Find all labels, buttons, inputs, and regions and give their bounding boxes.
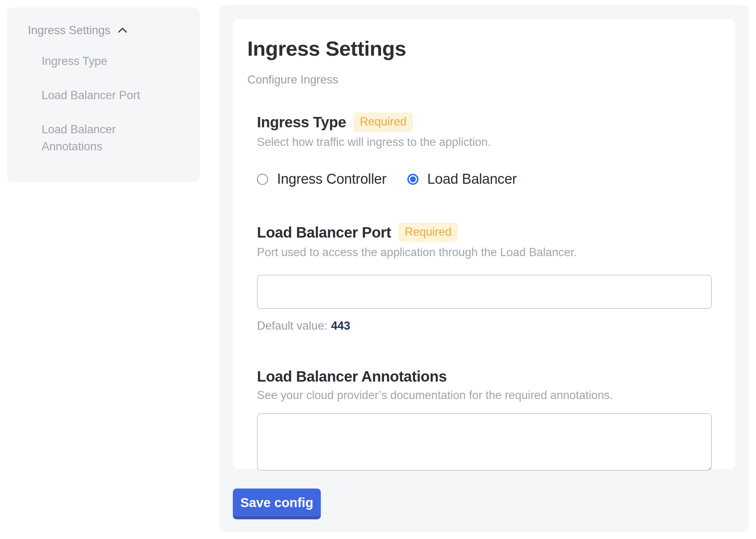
default-value-label: Default value: bbox=[257, 319, 328, 332]
load-balancer-port-input[interactable] bbox=[257, 275, 712, 309]
sidebar-group-ingress-settings[interactable]: Ingress Settings bbox=[28, 24, 189, 37]
radio-unselected-icon[interactable] bbox=[257, 174, 268, 185]
sidebar-item-ingress-type[interactable]: Ingress Type bbox=[42, 53, 164, 70]
radio-label-load-balancer: Load Balancer bbox=[427, 171, 517, 187]
radio-selected-icon[interactable] bbox=[407, 174, 418, 185]
ingress-type-description: Select how traffic will ingress to the a… bbox=[257, 135, 712, 149]
load-balancer-annotations-description: See your cloud provider’s documentation … bbox=[257, 389, 712, 402]
load-balancer-port-label: Load Balancer Port bbox=[257, 224, 391, 241]
section-load-balancer-port: Load Balancer Port Required Port used to… bbox=[257, 223, 712, 333]
required-badge: Required bbox=[353, 112, 413, 132]
radio-option-ingress-controller[interactable]: Ingress Controller bbox=[257, 171, 387, 187]
ingress-settings-panel: Ingress Settings Configure Ingress Ingre… bbox=[219, 5, 749, 532]
load-balancer-annotations-textarea[interactable] bbox=[257, 413, 712, 471]
section-load-balancer-annotations: Load Balancer Annotations See your cloud… bbox=[257, 368, 712, 471]
sidebar-item-list: Ingress Type Load Balancer Port Load Bal… bbox=[28, 53, 189, 155]
default-value-line: Default value:443 bbox=[257, 319, 712, 333]
sidebar-group-label: Ingress Settings bbox=[28, 24, 110, 37]
ingress-type-radio-group: Ingress Controller Load Balancer bbox=[257, 171, 712, 187]
radio-label-ingress-controller: Ingress Controller bbox=[277, 171, 387, 187]
load-balancer-annotations-label: Load Balancer Annotations bbox=[257, 368, 447, 385]
required-badge: Required bbox=[398, 223, 458, 242]
sidebar-item-load-balancer-port[interactable]: Load Balancer Port bbox=[42, 87, 164, 104]
save-config-button[interactable]: Save config bbox=[233, 489, 321, 519]
page-title: Ingress Settings bbox=[247, 36, 712, 61]
sidebar-item-load-balancer-annotations[interactable]: Load Balancer Annotations bbox=[42, 121, 164, 155]
radio-option-load-balancer[interactable]: Load Balancer bbox=[407, 171, 517, 187]
ingress-type-label: Ingress Type bbox=[257, 114, 346, 131]
page-subtitle: Configure Ingress bbox=[247, 73, 712, 86]
ingress-settings-card: Ingress Settings Configure Ingress Ingre… bbox=[233, 19, 735, 469]
default-value-number: 443 bbox=[331, 319, 351, 332]
section-ingress-type: Ingress Type Required Select how traffic… bbox=[257, 112, 712, 187]
load-balancer-port-description: Port used to access the application thro… bbox=[257, 246, 712, 259]
chevron-up-icon[interactable] bbox=[116, 24, 129, 37]
settings-sidebar: Ingress Settings Ingress Type Load Balan… bbox=[7, 7, 200, 182]
